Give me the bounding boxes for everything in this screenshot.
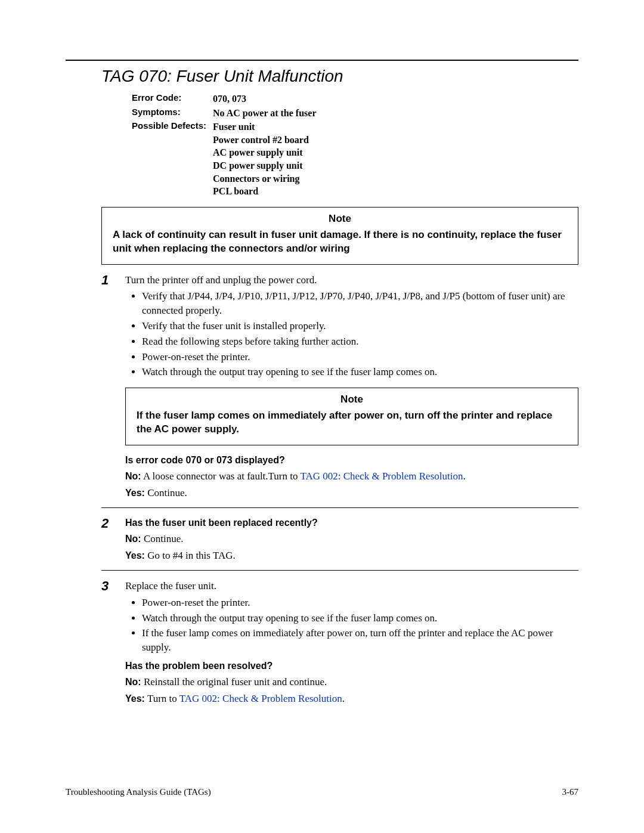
step-1-no: No: A loose connector was at fault.Turn … — [125, 469, 578, 484]
sep-2-3 — [101, 570, 578, 571]
row-defects: Possible Defects: Fuser unit Power contr… — [131, 120, 317, 199]
step-1-b3: Read the following steps before taking f… — [142, 335, 578, 349]
step-1-bullets: Verify that J/P44, J/P4, J/P10, J/P11, J… — [125, 289, 578, 379]
row-error-code: Error Code: 070, 073 — [131, 92, 317, 106]
footer: Troubleshooting Analysis Guide (TAGs) 3-… — [66, 787, 578, 797]
step-2-no-label: No: — [125, 534, 141, 544]
step-1-no-label: No: — [125, 471, 141, 481]
step-1-no-link[interactable]: TAG 002: Check & Problem Resolution — [300, 470, 463, 482]
step-3-no-text: Reinstall the original fuser unit and co… — [144, 676, 327, 688]
step-2: 2 Has the fuser unit been replaced recen… — [101, 516, 578, 565]
step-1-question: Is error code 070 or 073 displayed? — [125, 454, 578, 467]
label-symptoms: Symptoms: — [131, 106, 212, 120]
step-3-no-label: No: — [125, 677, 141, 687]
step-3-no: No: Reinstall the original fuser unit an… — [125, 675, 578, 689]
note-box-2: Note If the fuser lamp comes on immediat… — [125, 388, 578, 445]
step-3-yes-text-a: Turn to — [147, 693, 179, 704]
step-2-yes-text: Go to #4 in this TAG. — [147, 550, 236, 561]
step-3-yes-link[interactable]: TAG 002: Check & Problem Resolution — [179, 693, 342, 704]
note1-header: Note — [113, 212, 567, 226]
value-symptoms: No AC power at the fuser — [212, 106, 317, 120]
footer-right: 3-67 — [562, 787, 579, 797]
step-1-b4: Power-on-reset the printer. — [142, 350, 578, 364]
step-2-num: 2 — [101, 516, 125, 565]
note1-body: A lack of continuity can result in fuser… — [113, 229, 562, 254]
step-3-b3: If the fuser lamp comes on immediately a… — [142, 626, 578, 655]
step-3-intro: Replace the fuser unit. — [125, 579, 578, 593]
step-2-yes-label: Yes: — [125, 550, 145, 561]
value-defects: Fuser unit Power control #2 board AC pow… — [212, 120, 317, 199]
row-symptoms: Symptoms: No AC power at the fuser — [131, 106, 317, 120]
label-defects: Possible Defects: — [131, 120, 212, 199]
step-1-b5: Watch through the output tray opening to… — [142, 365, 578, 379]
step-1-intro: Turn the printer off and unplug the powe… — [125, 273, 578, 287]
step-1-num: 1 — [101, 273, 125, 503]
page: TAG 070: Fuser Unit Malfunction Error Co… — [0, 0, 644, 833]
step-3-b2: Watch through the output tray opening to… — [142, 611, 578, 625]
step-1-yes: Yes: Continue. — [125, 486, 578, 500]
step-3-yes-text-b: . — [342, 693, 345, 704]
step-3-question: Has the problem been resolved? — [125, 659, 578, 673]
step-1-yes-text: Continue. — [147, 487, 187, 498]
step-2-no: No: Continue. — [125, 532, 578, 546]
sep-1-2 — [101, 507, 578, 508]
note2-header: Note — [137, 393, 567, 407]
info-table: Error Code: 070, 073 Symptoms: No AC pow… — [131, 92, 317, 199]
step-1: 1 Turn the printer off and unplug the po… — [101, 273, 578, 503]
step-1-no-text-a: A loose connector was at fault.Turn to — [143, 470, 300, 482]
step-3-yes-label: Yes: — [125, 693, 145, 704]
step-3-body: Replace the fuser unit. Power-on-reset t… — [125, 579, 578, 708]
step-3: 3 Replace the fuser unit. Power-on-reset… — [101, 579, 578, 708]
step-2-question: Has the fuser unit been replaced recentl… — [125, 516, 578, 529]
step-1-no-text-b: . — [463, 470, 465, 482]
step-2-yes: Yes: Go to #4 in this TAG. — [125, 549, 578, 563]
footer-left: Troubleshooting Analysis Guide (TAGs) — [66, 787, 211, 797]
step-1-yes-label: Yes: — [125, 488, 145, 498]
page-title: TAG 070: Fuser Unit Malfunction — [101, 67, 578, 86]
step-3-num: 3 — [101, 579, 125, 708]
step-1-b2: Verify that the fuser unit is installed … — [142, 319, 578, 333]
note-box-1: Note A lack of continuity can result in … — [101, 207, 578, 265]
note2-body: If the fuser lamp comes on immediately a… — [137, 410, 552, 435]
step-2-no-text: Continue. — [144, 533, 184, 544]
step-2-body: Has the fuser unit been replaced recentl… — [125, 516, 578, 565]
top-rule — [66, 60, 578, 61]
label-error-code: Error Code: — [131, 92, 212, 106]
step-3-bullets: Power-on-reset the printer. Watch throug… — [125, 596, 578, 655]
step-3-b1: Power-on-reset the printer. — [142, 596, 578, 610]
steps-container: 1 Turn the printer off and unplug the po… — [101, 273, 578, 708]
step-1-b1: Verify that J/P44, J/P4, J/P10, J/P11, J… — [142, 289, 578, 318]
step-3-yes: Yes: Turn to TAG 002: Check & Problem Re… — [125, 692, 578, 706]
value-error-code: 070, 073 — [212, 92, 317, 106]
step-1-body: Turn the printer off and unplug the powe… — [125, 273, 578, 503]
